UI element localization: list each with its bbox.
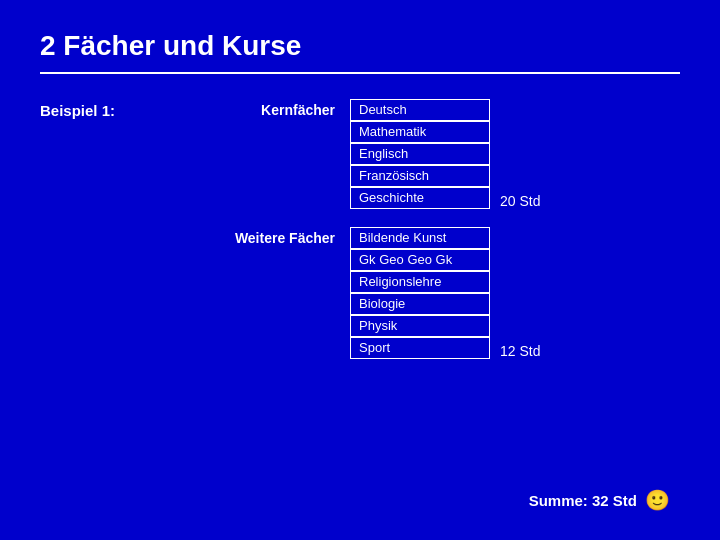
weitere-faecher-table: Bildende Kunst Gk Geo Geo Gk Religionsle… [350,227,490,359]
weitere-fach-4: Biologie [350,293,490,315]
weitere-fach-2: Gk Geo Geo Gk [350,249,490,271]
kernfach-4: Französisch [350,165,490,187]
weitere-fach-3: Religionslehre [350,271,490,293]
page: 2 Fächer und Kurse Beispiel 1: Kernfäche… [0,0,720,540]
kernfaecher-label: Kernfächer [220,99,350,118]
content-area: Beispiel 1: Kernfächer Deutsch Mathemati… [40,99,680,359]
kernfaecher-section: Beispiel 1: Kernfächer Deutsch Mathemati… [40,99,680,209]
kernfach-3: Englisch [350,143,490,165]
weitere-faecher-section: Weitere Fächer Bildende Kunst Gk Geo Geo… [40,227,680,359]
weitere-fach-6: Sport [350,337,490,359]
weitere-faecher-std: 12 Std [500,340,540,359]
kernfach-5: Geschichte [350,187,490,209]
kernfach-1: Deutsch [350,99,490,121]
smiley-icon: 🙂 [645,488,670,512]
kernfaecher-std: 20 Std [500,190,540,209]
beispiel-label: Beispiel 1: [40,99,220,119]
weitere-fach-1: Bildende Kunst [350,227,490,249]
summe-row: Summe: 32 Std 🙂 [529,488,670,512]
summe-label: Summe: 32 Std [529,492,637,509]
weitere-faecher-label: Weitere Fächer [220,227,350,246]
kernfach-2: Mathematik [350,121,490,143]
divider [40,72,680,74]
weitere-fach-5: Physik [350,315,490,337]
kernfaecher-table: Deutsch Mathematik Englisch Französisch … [350,99,490,209]
empty-label [40,227,220,230]
page-title: 2 Fächer und Kurse [40,30,680,62]
